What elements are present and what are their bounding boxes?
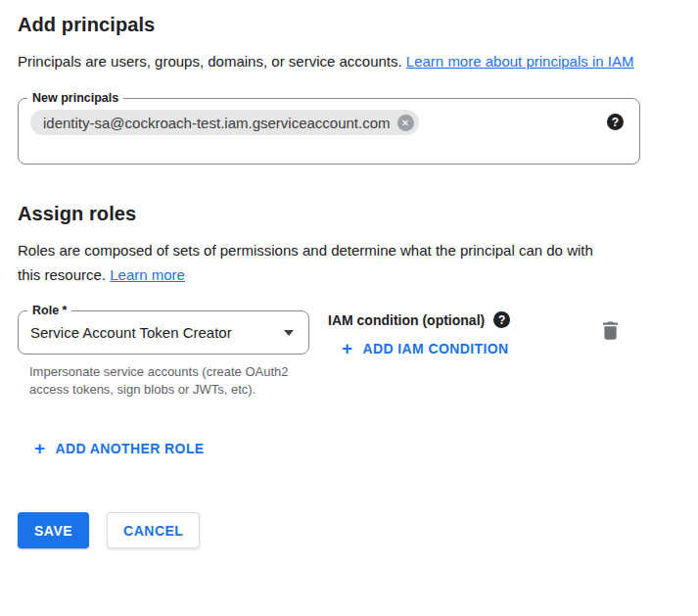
role-help-text: Impersonate service accounts (create OAu… [29,363,294,398]
iam-condition-help-icon[interactable]: ? [493,311,510,328]
iam-condition-label: IAM condition (optional) [328,312,485,328]
assign-roles-description-text: Roles are composed of sets of permission… [18,242,593,283]
add-another-role-label: ADD ANOTHER ROLE [56,441,205,456]
add-another-role-button[interactable]: + ADD ANOTHER ROLE [34,441,205,456]
delete-role-column [602,310,619,344]
trash-icon [602,328,619,343]
dialog-actions: SAVE CANCEL [18,512,680,548]
assign-roles-description: Roles are composed of sets of permission… [18,238,615,287]
new-principals-field[interactable]: New principals identity-sa@cockroach-tes… [18,98,640,165]
add-iam-condition-label: ADD IAM CONDITION [363,341,509,356]
save-button[interactable]: SAVE [18,512,89,548]
delete-role-button[interactable] [602,321,619,340]
iam-condition-column: IAM condition (optional) ? + ADD IAM CON… [328,310,510,358]
cancel-button[interactable]: CANCEL [107,512,200,548]
principals-description: Principals are users, groups, domains, o… [18,49,650,73]
assign-roles-title: Assign roles [18,203,680,225]
role-row: Role * Service Account Token Creator Imp… [18,310,680,398]
new-principals-help-icon[interactable]: ? [607,114,624,130]
learn-more-roles-link[interactable]: Learn more [110,266,185,283]
learn-more-principals-link[interactable]: Learn more about principals in IAM [406,53,634,70]
principal-chip: identity-sa@cockroach-test.iam.gservicea… [30,110,419,135]
chevron-down-icon [284,330,294,336]
new-principals-label: New principals [27,90,123,107]
add-iam-condition-button[interactable]: + ADD IAM CONDITION [342,341,509,356]
role-select-value: Service Account Token Creator [30,324,276,341]
plus-icon: + [34,441,46,456]
iam-condition-header: IAM condition (optional) ? [328,311,510,328]
role-select-label: Role * [27,303,71,319]
role-column: Role * Service Account Token Creator Imp… [18,310,309,398]
add-principals-dialog: Add principals Principals are users, gro… [0,0,698,616]
role-select[interactable]: Role * Service Account Token Creator [18,310,309,355]
page-title: Add principals [18,14,680,36]
plus-icon: + [342,341,353,356]
principal-chip-text: identity-sa@cockroach-test.iam.gservicea… [43,115,391,131]
chip-remove-icon[interactable]: ✕ [397,115,414,131]
principals-description-text: Principals are users, groups, domains, o… [18,53,406,70]
